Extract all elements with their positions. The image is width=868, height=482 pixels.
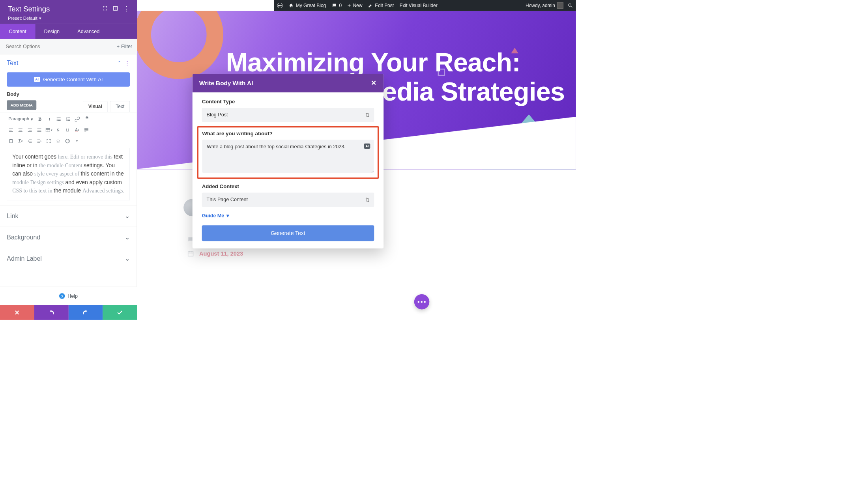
section-background[interactable]: Background ⌄ [0,227,137,248]
site-name-menu[interactable]: My Great Blog [288,3,326,8]
editor-tab-visual[interactable]: Visual [83,101,108,112]
svg-rect-31 [84,131,88,131]
svg-rect-35 [29,140,32,140]
indent-button[interactable] [35,137,43,145]
paragraph-format-select[interactable]: Paragraph ▾ [7,115,35,123]
hero-ring-decoration [137,11,223,79]
text-color-button[interactable]: A▾ [73,126,81,134]
tab-design[interactable]: Design [35,24,68,39]
edit-post-link[interactable]: Edit Post [368,3,394,8]
preset-label: Preset: Default [8,16,37,21]
comments-menu[interactable]: 0 [332,3,342,8]
comment-icon [332,3,337,8]
fullscreen-button[interactable] [45,137,53,145]
exit-visual-builder-link[interactable]: Exit Visual Builder [400,3,438,8]
howdy-label: Howdy, admin [526,3,555,8]
howdy-menu[interactable]: Howdy, admin [526,2,563,9]
svg-rect-25 [37,131,41,132]
preset-selector[interactable]: Preset: Default ▾ [8,16,129,21]
added-context-select[interactable]: This Page Content ⇅ [202,192,374,207]
save-button[interactable] [103,305,137,320]
search-input[interactable] [0,39,112,54]
svg-rect-16 [9,131,13,132]
search-icon [568,3,573,8]
align-justify-button[interactable] [35,126,43,134]
svg-rect-34 [10,139,11,140]
about-textarea[interactable] [202,140,374,173]
wp-logo-menu[interactable] [277,3,283,9]
svg-point-2 [57,118,58,118]
chevron-down-icon: ▾ [31,116,33,122]
tab-advanced[interactable]: Advanced [69,24,108,39]
section-text-header[interactable]: Text ⌃ ⋮ [0,54,137,71]
emoji-button[interactable] [64,137,72,145]
settings-sidebar: Text Settings ⋮ Preset: Default ▾ Conten… [0,0,137,320]
drag-icon[interactable] [102,6,107,12]
add-media-button[interactable]: ADD MEDIA [7,100,36,110]
editor-tab-text[interactable]: Text [110,101,130,112]
toolbar-dropdown-icon[interactable]: ▾ [73,137,81,145]
svg-rect-13 [67,120,70,121]
svg-rect-17 [19,129,22,129]
date-text: August 11, 2023 [199,250,243,257]
quote-button[interactable]: ❝ [83,115,91,123]
sidebar-title: Text Settings [8,5,50,13]
close-button[interactable]: ✕ [371,79,377,87]
redo-button[interactable] [69,305,103,320]
content-type-select[interactable]: Blog Post ⇅ [202,108,374,122]
about-field-highlight: What are you writing about? AI [197,126,379,179]
clear-format-button[interactable]: T× [16,137,24,145]
svg-point-45 [569,4,571,7]
plus-icon: + [348,2,351,9]
search-toggle[interactable] [568,3,573,8]
table-button[interactable]: ▾ [45,126,53,134]
comments-count: 0 [339,3,342,8]
section-more-icon[interactable]: ⋮ [125,60,130,66]
paste-button[interactable] [7,137,15,145]
chevron-up-icon[interactable]: ⌃ [118,60,121,65]
underline-button[interactable]: U [64,126,72,134]
section-admin-label[interactable]: Admin Label ⌄ [0,248,137,269]
svg-rect-39 [37,141,40,141]
guide-me-toggle[interactable]: Guide Me ▾ [202,213,374,219]
tab-content[interactable]: Content [0,24,35,39]
filter-button[interactable]: + Filter [112,44,137,50]
bold-button[interactable]: B [36,115,44,123]
section-admin-label-label: Admin Label [7,255,42,262]
svg-rect-19 [19,131,22,132]
outdent-button[interactable] [26,137,34,145]
help-button[interactable]: ? Help [0,287,137,305]
special-char-button[interactable]: Ω [54,137,62,145]
ai-modal-header: Write Body With AI ✕ [193,74,383,92]
body-editor[interactable]: Your content goes here. Edit or remove t… [7,148,130,200]
svg-rect-30 [84,129,88,130]
cancel-button[interactable] [0,305,34,320]
strikethrough-button[interactable]: S [54,126,62,134]
select-arrows-icon: ⇅ [365,197,370,203]
expand-icon[interactable] [113,6,118,12]
more-tools-button[interactable] [82,126,90,134]
svg-point-41 [65,139,69,143]
generate-content-ai-button[interactable]: AI Generate Content With AI [7,72,130,86]
align-left-button[interactable] [7,126,15,134]
filter-label: Filter [121,44,132,50]
svg-rect-7 [58,120,61,121]
undo-button[interactable] [34,305,69,320]
link-button[interactable] [73,115,82,123]
chevron-down-icon: ⌄ [125,213,130,220]
builder-fab-button[interactable] [414,294,429,309]
bullet-list-button[interactable] [54,115,63,123]
align-center-button[interactable] [16,126,24,134]
number-list-button[interactable]: 123 [64,115,72,123]
new-menu[interactable]: + New [348,2,363,9]
svg-rect-0 [114,6,118,10]
calendar-icon [187,250,195,258]
align-right-button[interactable] [26,126,34,134]
more-icon[interactable]: ⋮ [123,6,129,12]
ai-badge-icon[interactable]: AI [364,144,370,149]
section-link[interactable]: Link ⌄ [0,206,137,227]
ai-badge-icon: AI [34,77,40,82]
generate-text-button[interactable]: Generate Text [202,225,374,241]
svg-line-46 [571,6,572,7]
italic-button[interactable]: I [45,115,53,123]
